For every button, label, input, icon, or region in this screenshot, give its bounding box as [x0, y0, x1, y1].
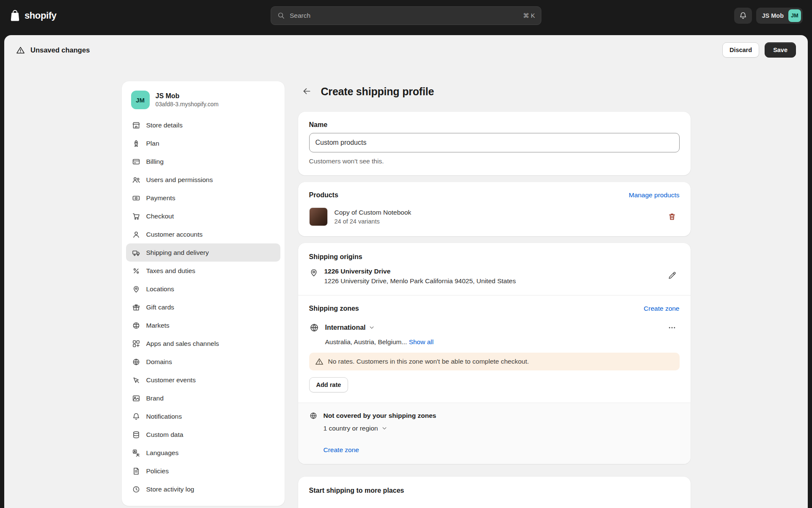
sidebar-item-customer-accounts[interactable]: Customer accounts	[126, 225, 280, 243]
remove-product-button[interactable]	[664, 209, 680, 224]
sidebar-item-customer-events[interactable]: Customer events	[126, 371, 280, 389]
sidebar-item-label: Languages	[146, 449, 179, 457]
edit-origin-button[interactable]	[664, 268, 680, 283]
sidebar-item-store-activity-log[interactable]: Store activity log	[126, 480, 280, 498]
sidebar-item-label: Policies	[146, 467, 169, 475]
zone-countries-preview: Australia, Austria, Belgium...	[325, 338, 407, 345]
add-rate-button[interactable]: Add rate	[309, 377, 348, 392]
plan-icon	[132, 139, 140, 148]
show-all-link[interactable]: Show all	[409, 338, 434, 345]
sidebar-item-markets[interactable]: Markets	[126, 316, 280, 334]
sidebar-item-locations[interactable]: Locations	[126, 280, 280, 298]
name-label: Name	[309, 121, 680, 129]
data-icon	[132, 431, 140, 439]
sidebar-item-shipping-and-delivery[interactable]: Shipping and delivery	[126, 243, 280, 262]
sidebar-item-label: Apps and sales channels	[146, 340, 219, 348]
products-card: Products Manage products Copy of Custom …	[298, 182, 691, 236]
chevron-down-icon	[381, 425, 387, 431]
users-icon	[132, 176, 140, 184]
sidebar-item-brand[interactable]: Brand	[126, 389, 280, 407]
brand-wordmark: shopify	[25, 10, 56, 21]
sidebar-item-custom-data[interactable]: Custom data	[126, 425, 280, 444]
sidebar-item-label: Billing	[146, 158, 164, 166]
not-covered-title: Not covered by your shipping zones	[324, 412, 436, 420]
sidebar-item-label: Store activity log	[146, 486, 195, 493]
search-input[interactable]	[290, 12, 518, 19]
payments-icon	[132, 194, 140, 202]
country-count-disclosure[interactable]: 1 country or region	[324, 425, 387, 432]
globe-icon	[309, 323, 319, 333]
create-zone-link-footer[interactable]: Create zone	[324, 446, 359, 454]
create-zone-link[interactable]: Create zone	[644, 305, 679, 312]
sidebar-item-notifications[interactable]: Notifications	[126, 407, 280, 425]
global-search[interactable]: ⌘ K	[271, 6, 541, 25]
notifications-button[interactable]	[734, 8, 752, 24]
origin-row: 1226 University Drive 1226 University Dr…	[309, 268, 680, 285]
sidebar-item-payments[interactable]: Payments	[126, 189, 280, 207]
zone-row: International	[309, 320, 680, 335]
brand-icon	[132, 394, 140, 403]
apps-icon	[132, 340, 140, 348]
activity-icon	[132, 485, 140, 494]
unsaved-changes-label: Unsaved changes	[30, 46, 90, 54]
trash-icon	[668, 213, 676, 221]
store-icon	[132, 121, 140, 130]
sidebar-item-label: Notifications	[146, 413, 182, 420]
sidebar-item-taxes-and-duties[interactable]: Taxes and duties	[126, 262, 280, 280]
sidebar-item-plan[interactable]: Plan	[126, 134, 280, 152]
sidebar-item-apps-and-sales-channels[interactable]: Apps and sales channels	[126, 334, 280, 353]
location-pin-icon	[309, 268, 318, 277]
sidebar-item-label: Payments	[146, 194, 176, 202]
policies-icon	[132, 467, 140, 475]
back-button[interactable]	[298, 83, 315, 100]
sidebar-item-policies[interactable]: Policies	[126, 462, 280, 480]
discard-button[interactable]: Discard	[722, 42, 759, 58]
store-domain: 03afd8-3.myshopify.com	[156, 101, 219, 108]
sidebar-item-domains[interactable]: Domains	[126, 353, 280, 371]
sidebar-item-label: Brand	[146, 395, 164, 402]
profile-name-input[interactable]	[309, 133, 680, 152]
product-thumbnail	[309, 207, 328, 226]
more-places-title: Start shipping to more places	[309, 487, 680, 494]
store-header: JM JS Mob 03afd8-3.myshopify.com	[126, 87, 280, 116]
settings-sidebar: JM JS Mob 03afd8-3.myshopify.com Store d…	[122, 81, 285, 506]
user-menu[interactable]: JS Mob JM	[756, 8, 803, 24]
sidebar-item-label: Plan	[146, 140, 159, 147]
taxes-icon	[132, 267, 140, 275]
store-name: JS Mob	[156, 92, 219, 100]
sidebar-item-label: Customer events	[146, 376, 196, 384]
bell-icon	[739, 11, 747, 20]
country-count-label: 1 country or region	[324, 425, 378, 432]
manage-products-link[interactable]: Manage products	[629, 191, 680, 199]
sidebar-item-store-details[interactable]: Store details	[126, 116, 280, 134]
store-avatar: JM	[131, 91, 150, 109]
back-arrow-icon	[302, 87, 311, 96]
gift-icon	[132, 303, 140, 312]
shipping-card: Shipping origins 1226 University Drive 1…	[298, 243, 691, 464]
account-icon	[132, 230, 140, 239]
sidebar-item-users-and-permissions[interactable]: Users and permissions	[126, 171, 280, 189]
origin-location-name: 1226 University Drive	[324, 268, 516, 275]
zone-menu-button[interactable]	[664, 320, 680, 335]
product-variants: 24 of 24 variants	[335, 218, 411, 225]
shopify-bag-icon	[9, 9, 21, 22]
save-button[interactable]: Save	[765, 42, 796, 58]
notifications-icon	[132, 412, 140, 421]
sidebar-item-label: Users and permissions	[146, 176, 213, 184]
sidebar-item-languages[interactable]: Languages	[126, 444, 280, 462]
sidebar-item-checkout[interactable]: Checkout	[126, 207, 280, 225]
zone-name: International	[325, 324, 366, 331]
zone-name-disclosure[interactable]: International	[325, 324, 375, 331]
sidebar-item-billing[interactable]: Billing	[126, 152, 280, 171]
sidebar-item-label: Checkout	[146, 213, 174, 220]
shopify-logo[interactable]: shopify	[9, 9, 56, 22]
product-row: Copy of Custom Notebook 24 of 24 variant…	[309, 207, 680, 226]
warning-message: No rates. Customers in this zone won't b…	[328, 358, 529, 365]
sidebar-item-label: Customer accounts	[146, 231, 203, 238]
topbar-right: JS Mob JM	[734, 8, 803, 24]
search-shortcut: ⌘ K	[523, 12, 535, 19]
settings-nav: Store detailsPlanBillingUsers and permis…	[126, 116, 280, 498]
unsaved-changes-bar: Unsaved changes Discard Save	[4, 35, 808, 65]
sidebar-item-gift-cards[interactable]: Gift cards	[126, 298, 280, 316]
shipping-origins-title: Shipping origins	[309, 253, 680, 261]
